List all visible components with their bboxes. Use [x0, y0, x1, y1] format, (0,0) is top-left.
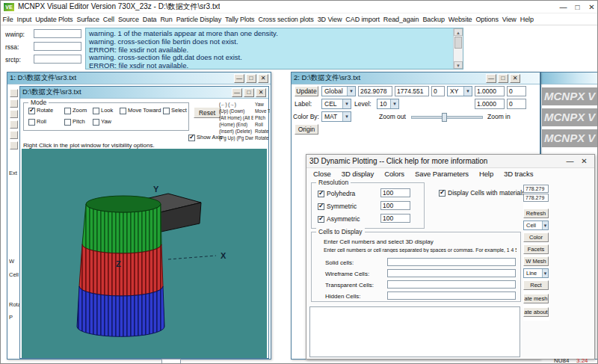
menu-website[interactable]: Website: [446, 16, 474, 23]
dialog-menu-close[interactable]: Close: [308, 170, 336, 178]
log-scrollbar[interactable]: [453, 28, 463, 69]
window3-titlebar[interactable]: [541, 73, 598, 84]
zoom-slider-thumb[interactable]: [442, 113, 447, 122]
facets-button[interactable]: Facets: [523, 244, 549, 254]
coord-y-input[interactable]: 1774.551: [395, 86, 429, 96]
minimize-icon[interactable]: [556, 1, 570, 13]
scroll-thumb[interactable]: [454, 37, 462, 49]
extent-value-input[interactable]: 778.279: [523, 185, 549, 193]
polyhedra-input[interactable]: 100: [380, 188, 410, 197]
coord-x-input[interactable]: 262.9078: [358, 86, 392, 96]
close-icon[interactable]: [510, 74, 520, 83]
label-select[interactable]: CEL: [321, 99, 351, 109]
menu-cross-section-plots[interactable]: Cross section plots: [256, 16, 315, 23]
tool-button-partial[interactable]: [10, 120, 18, 129]
extent-value-input[interactable]: 778.279: [523, 194, 549, 202]
extent1b-input[interactable]: 0: [507, 86, 526, 96]
mode-look-checkbox[interactable]: [93, 108, 99, 114]
line-dropdown[interactable]: Line: [523, 268, 549, 278]
mode-zoom-checkbox[interactable]: [64, 108, 71, 114]
symmetric-checkbox[interactable]: [318, 203, 324, 210]
mode-roll-checkbox[interactable]: [28, 119, 35, 126]
maximize-icon[interactable]: [244, 88, 254, 97]
zoom-slider-track[interactable]: [411, 116, 483, 119]
menu-read-again[interactable]: Read_again: [381, 16, 421, 23]
rssa-input[interactable]: [34, 42, 81, 51]
message-log[interactable]: warning. 1 of the materials appear at mo…: [85, 28, 463, 70]
level-select[interactable]: 10: [377, 99, 399, 109]
hidden-cells-input[interactable]: [387, 291, 516, 300]
srctp-input[interactable]: [34, 55, 81, 64]
maximize-icon[interactable]: [570, 1, 585, 13]
tool-button-partial[interactable]: [10, 141, 18, 149]
close-icon[interactable]: [256, 88, 266, 97]
extent1-input[interactable]: 1.0000: [475, 86, 505, 96]
tool-button-partial[interactable]: [10, 89, 18, 97]
menu-tally-plots[interactable]: Tally Plots: [224, 16, 256, 23]
menu-options[interactable]: Options: [474, 16, 500, 23]
tool-button-partial[interactable]: [10, 110, 18, 118]
mode-pitch-checkbox[interactable]: [64, 119, 71, 126]
show-axis-checkbox[interactable]: [188, 135, 195, 141]
transparent-cells-input[interactable]: [387, 280, 516, 289]
update-button[interactable]: Update: [295, 86, 318, 96]
refresh-button[interactable]: Refresh: [523, 209, 549, 218]
tool-button-partial[interactable]: [10, 99, 18, 108]
window2-titlebar[interactable]: 2: D:\数据文件\sr3.txt: [292, 73, 540, 84]
menu-backup[interactable]: Backup: [421, 16, 446, 23]
minimize-icon[interactable]: [234, 74, 244, 83]
bottom-input-partial[interactable]: [161, 359, 181, 364]
scroll-up-icon[interactable]: [454, 28, 463, 36]
rotate-about-button-partial[interactable]: ate about: [523, 307, 549, 317]
menu-input[interactable]: Input: [15, 16, 34, 23]
menu-file[interactable]: File: [1, 16, 15, 23]
mode-rotate-checkbox[interactable]: [28, 108, 35, 114]
coord-system-select[interactable]: Global: [321, 86, 356, 96]
main-titlebar[interactable]: VE MCNPX Visual Editor Version 730X_23z …: [1, 1, 598, 13]
maximize-icon[interactable]: [498, 74, 508, 83]
wireframe-cells-input[interactable]: [387, 269, 516, 277]
symmetric-input[interactable]: 100: [380, 201, 410, 210]
menu-run[interactable]: Run: [158, 16, 174, 23]
menu-cell[interactable]: Cell: [101, 16, 116, 23]
reset-button[interactable]: Reset: [194, 107, 221, 118]
mode-yaw-checkbox[interactable]: [93, 119, 99, 126]
dialog-menu-help[interactable]: Help: [474, 170, 499, 178]
extent2b-input[interactable]: 0: [507, 99, 526, 109]
dialog-menu-3d-tracks[interactable]: 3D tracks: [499, 170, 538, 178]
tool-button-partial[interactable]: [10, 131, 18, 139]
color-button[interactable]: Color: [523, 232, 549, 242]
menu-view[interactable]: View: [500, 16, 518, 23]
menu-cad-import[interactable]: CAD import: [344, 16, 382, 23]
menu-surface[interactable]: Surface: [75, 16, 101, 23]
cell-dropdown[interactable]: Cell: [523, 220, 549, 230]
dialog-menu-save-parameters[interactable]: Save Parameters: [410, 170, 474, 178]
dialog-output-textarea[interactable]: [309, 306, 520, 357]
coord-z-input[interactable]: 0: [431, 86, 445, 96]
plot-canvas[interactable]: Y X Z: [22, 149, 267, 358]
asymmetric-input[interactable]: 100: [380, 214, 410, 223]
update-mesh-button-partial[interactable]: ate mesh: [523, 294, 549, 303]
wmesh-button[interactable]: W Mesh: [523, 256, 549, 266]
plane-select[interactable]: XY: [447, 86, 472, 96]
mode-move-toward-checkbox[interactable]: [120, 108, 126, 114]
dialog-menu-3d-display[interactable]: 3D display: [336, 170, 379, 178]
wwinp-input[interactable]: [34, 29, 81, 38]
origin-button[interactable]: Origin: [295, 124, 318, 135]
mode-select-checkbox[interactable]: [163, 108, 170, 114]
display-cells-checkbox[interactable]: [439, 190, 446, 197]
window1-titlebar[interactable]: 1: D:\数据文件\sr3.txt: [7, 73, 271, 84]
dialog-titlebar[interactable]: 3D Dynamic Plotting -- Click help for mo…: [306, 155, 594, 168]
minimize-icon[interactable]: [232, 88, 242, 97]
close-icon[interactable]: [577, 156, 591, 167]
dialog-menu-colors[interactable]: Colors: [379, 170, 410, 178]
viewer-titlebar[interactable]: D:\数据文件\sr3.txt: [20, 87, 268, 99]
menu-help[interactable]: Help: [518, 16, 535, 23]
rect-button[interactable]: Rect: [523, 280, 549, 290]
maximize-icon[interactable]: [246, 74, 256, 83]
colorby-select[interactable]: MAT: [321, 111, 351, 122]
menu-update-plots[interactable]: Update Plots: [34, 16, 75, 23]
extent2-input[interactable]: 1.0000: [475, 99, 505, 109]
asymmetric-checkbox[interactable]: [318, 216, 324, 223]
menu-3d-view[interactable]: 3D View: [315, 16, 344, 23]
